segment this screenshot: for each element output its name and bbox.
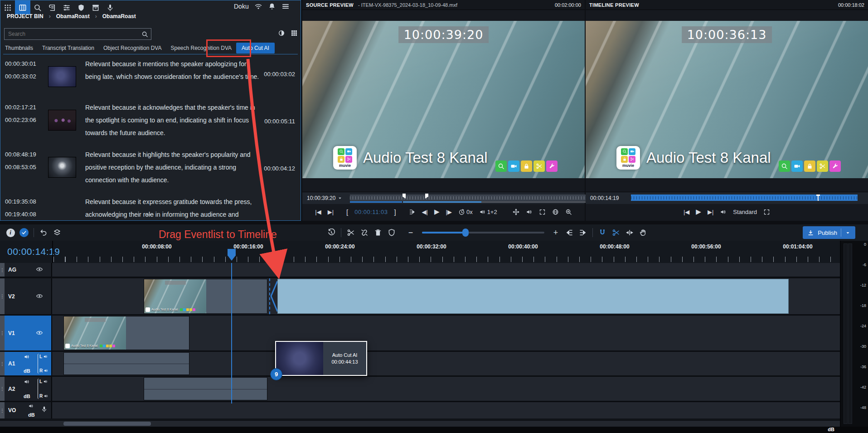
clip-a2-audio[interactable] bbox=[144, 377, 267, 400]
goto-end-button[interactable]: ▶| bbox=[708, 209, 713, 215]
eye-icon[interactable] bbox=[36, 292, 43, 300]
mark-in-button[interactable]: [ bbox=[346, 208, 348, 216]
shield-icon[interactable] bbox=[74, 0, 88, 15]
track-ag[interactable]: ⋮ AG bbox=[0, 263, 841, 278]
settings-sliders-icon[interactable] bbox=[59, 0, 74, 15]
goto-out-button[interactable]: ▶| bbox=[328, 209, 334, 215]
track-grip-handle[interactable]: ⋮ bbox=[0, 352, 5, 375]
insert-left-button[interactable] bbox=[563, 226, 576, 239]
select-all-toggle[interactable] bbox=[17, 226, 31, 239]
speaker-icon[interactable] bbox=[44, 394, 48, 399]
source-current-tc[interactable]: 10:00:39:20 bbox=[307, 195, 335, 201]
track-grip-handle[interactable]: ⋮ bbox=[0, 402, 5, 418]
clip-v2-beach[interactable]: Audio Test 8 Kanal bbox=[144, 279, 267, 314]
loop-button[interactable] bbox=[409, 209, 416, 215]
track-vo-content[interactable] bbox=[52, 402, 841, 418]
timeline-hscrollbar[interactable] bbox=[0, 420, 841, 427]
voiceover-mic-icon[interactable] bbox=[41, 406, 48, 413]
track-v2-content[interactable]: Audio Test 8 Kanal bbox=[52, 278, 841, 314]
track-v1-content[interactable]: Audio Test 8 Kanal bbox=[52, 316, 841, 350]
insert-right-button[interactable] bbox=[576, 226, 590, 239]
track-v2[interactable]: Audio Test 8 Kanal ⋮ V2 bbox=[0, 278, 841, 316]
zoom-in-button[interactable] bbox=[565, 209, 572, 215]
hamburger-menu-icon[interactable] bbox=[281, 2, 290, 10]
track-ag-header[interactable]: ⋮ AG bbox=[0, 263, 52, 277]
track-grip-handle[interactable]: ⋮ bbox=[0, 278, 5, 314]
notifications-bell-icon[interactable] bbox=[268, 2, 276, 10]
undo-button[interactable] bbox=[37, 226, 50, 239]
proxy-button[interactable] bbox=[552, 209, 559, 215]
event-thumbnail[interactable] bbox=[48, 157, 76, 178]
workspace-label[interactable]: Doku bbox=[234, 3, 249, 10]
transcript-icon[interactable] bbox=[45, 0, 59, 15]
speaker-icon[interactable] bbox=[24, 354, 30, 360]
history-button[interactable] bbox=[325, 226, 338, 239]
fullscreen-button[interactable] bbox=[539, 209, 546, 215]
prev-frame-button[interactable]: ◀| bbox=[422, 209, 428, 215]
audio-follow-button[interactable] bbox=[526, 209, 533, 215]
quality-mode-button[interactable]: Standard bbox=[733, 209, 757, 215]
play-button[interactable]: ▶ bbox=[434, 208, 440, 216]
apps-grid-icon[interactable] bbox=[0, 0, 15, 15]
speaker-icon[interactable] bbox=[44, 368, 48, 373]
grid-view-icon[interactable] bbox=[291, 29, 298, 37]
search-input[interactable] bbox=[7, 30, 141, 38]
tab-object-recognition[interactable]: Object Recognition DVA bbox=[99, 42, 166, 54]
source-scrub-bar[interactable] bbox=[350, 195, 588, 201]
publish-button[interactable]: Publish bbox=[803, 226, 855, 239]
speed-button[interactable]: 0x bbox=[458, 209, 473, 215]
eye-icon[interactable] bbox=[36, 266, 43, 273]
bin-view-icon[interactable] bbox=[15, 0, 30, 15]
chevron-down-icon[interactable] bbox=[337, 195, 343, 201]
track-v1[interactable]: Audio Test 8 Kanal ⋮ V1 bbox=[0, 316, 841, 352]
archive-icon[interactable] bbox=[88, 0, 103, 15]
timeline-scrub-bar[interactable] bbox=[631, 195, 858, 201]
marked-duration-tc[interactable]: 00:00:11:03 bbox=[354, 209, 388, 215]
zoom-in-button[interactable]: + bbox=[549, 226, 563, 239]
speaker-icon[interactable] bbox=[43, 379, 48, 384]
speaker-icon[interactable] bbox=[28, 403, 34, 409]
info-button[interactable]: i bbox=[4, 226, 17, 239]
clip-a1-audio[interactable] bbox=[63, 352, 189, 375]
timeline-ruler[interactable]: 00:00:14:19 00:00:08:00 00:00:16:00 00:0… bbox=[0, 241, 841, 264]
track-vo[interactable]: ⋮ VO dB bbox=[0, 402, 841, 418]
track-a1-header[interactable]: ⋮ A1 dB L R bbox=[0, 352, 52, 375]
mark-out-button[interactable]: ] bbox=[394, 208, 396, 216]
track-grip-handle[interactable]: ⋮ bbox=[0, 316, 5, 350]
track-a2-content[interactable] bbox=[52, 377, 841, 401]
track-a1[interactable]: ⋮ A1 dB L R bbox=[0, 352, 841, 377]
db-label[interactable]: dB bbox=[24, 394, 30, 399]
jog-shuttle-button[interactable] bbox=[513, 209, 519, 215]
event-row[interactable]: 00:08:48:1900:08:53:05 Relevant because … bbox=[3, 145, 298, 192]
event-thumbnail[interactable] bbox=[48, 66, 76, 87]
fullscreen-button[interactable] bbox=[763, 209, 770, 215]
razor-button[interactable] bbox=[609, 226, 623, 239]
publish-dropdown-caret[interactable] bbox=[841, 229, 851, 237]
audio-monitor-button[interactable] bbox=[720, 209, 727, 215]
speaker-icon[interactable] bbox=[43, 354, 48, 359]
db-label[interactable]: dB bbox=[28, 412, 35, 418]
breadcrumb-folder[interactable]: ObamaRoast bbox=[102, 13, 136, 19]
clip-tail[interactable] bbox=[126, 316, 189, 350]
track-v2-header[interactable]: ⋮ V2 bbox=[0, 278, 52, 314]
breadcrumb-root[interactable]: PROJECT BIN bbox=[7, 13, 44, 19]
track-a2[interactable]: ⋮ A2 dB L R bbox=[0, 377, 841, 402]
clip-v2-autocut-new[interactable] bbox=[277, 279, 789, 314]
event-row[interactable]: 00:00:30:0100:00:33:02 Relevant because … bbox=[3, 54, 298, 98]
source-video-frame[interactable]: 10:00:39:20 muvie Audio Test 8 Kanal bbox=[302, 21, 585, 178]
clip-v1-beach[interactable]: Audio Test 8 Kanal bbox=[63, 316, 189, 350]
drag-ghost-auto-cut[interactable]: Auto Cut AI 00:00:44:13 bbox=[275, 341, 367, 376]
marker-flag-button[interactable] bbox=[385, 226, 398, 239]
delete-button[interactable] bbox=[371, 226, 385, 239]
track-vo-header[interactable]: ⋮ VO dB bbox=[0, 402, 52, 418]
zoom-out-button[interactable]: − bbox=[404, 226, 417, 239]
wifi-icon[interactable] bbox=[254, 2, 262, 10]
layers-button[interactable] bbox=[50, 226, 64, 239]
mark-out-handle[interactable] bbox=[425, 194, 428, 199]
timeline-current-tc[interactable]: 00:00:14:19 bbox=[590, 195, 619, 201]
track-a1-content[interactable] bbox=[52, 352, 841, 375]
search-icon[interactable] bbox=[141, 31, 148, 38]
event-row[interactable]: 00:02:17:2100:02:23:06 Relevant because … bbox=[3, 98, 298, 145]
search-icon[interactable] bbox=[30, 0, 45, 15]
track-grip-handle[interactable]: ⋮ bbox=[0, 263, 5, 277]
